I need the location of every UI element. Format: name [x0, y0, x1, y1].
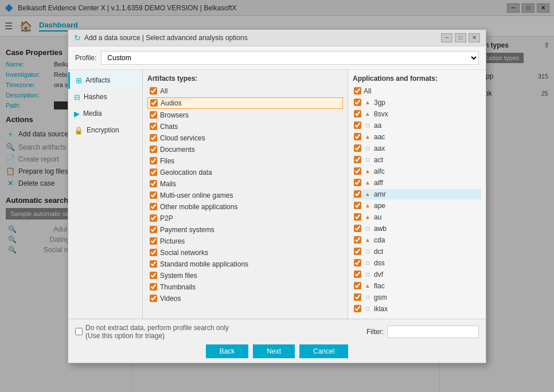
artifact-mails[interactable]: Mails [147, 179, 343, 189]
format-dss[interactable]: □ dss [353, 258, 481, 268]
artifact-p2p-cb[interactable] [150, 214, 157, 222]
artifact-browsers-cb[interactable] [150, 111, 157, 119]
format-aiff[interactable]: ▲ aiff [353, 178, 481, 188]
artifact-games-cb[interactable] [150, 191, 157, 199]
artifact-geo-cb[interactable] [150, 168, 157, 176]
format-aa-cb[interactable] [354, 121, 361, 129]
format-iklax-cb[interactable] [354, 305, 361, 312]
cda-format-icon: ▲ [364, 236, 372, 244]
next-button[interactable]: Next [253, 344, 295, 358]
nav-hashes[interactable]: ⊟ Hashes [68, 89, 142, 105]
format-awb-cb[interactable] [354, 225, 361, 232]
artifact-videos[interactable]: Videos [147, 293, 343, 304]
artifact-social[interactable]: Social networks [147, 248, 343, 258]
artifact-mails-cb[interactable] [150, 180, 157, 187]
modal-minimize-button[interactable]: ─ [441, 33, 452, 42]
artifact-documents[interactable]: Documents [147, 144, 343, 155]
format-aifc-cb[interactable] [354, 167, 361, 175]
artifact-online-games[interactable]: Multi-user online games [147, 190, 343, 201]
format-aa[interactable]: □ aa [353, 120, 481, 131]
artifact-cloud-cb[interactable] [150, 134, 157, 142]
aax-format-icon: □ [364, 144, 372, 152]
format-amr[interactable]: ▲ amr [353, 189, 481, 199]
format-iklax[interactable]: □ iklax [353, 304, 481, 314]
format-flac-cb[interactable] [354, 282, 361, 289]
format-8svx[interactable]: ▲ 8svx [353, 109, 481, 119]
nav-encryption[interactable]: 🔒 Encryption [68, 122, 142, 139]
format-au[interactable]: ▲ au [353, 212, 481, 222]
artifact-thumbs-cb[interactable] [150, 283, 157, 291]
filter-input[interactable] [387, 326, 479, 338]
artifact-files-cb[interactable] [150, 157, 157, 164]
format-amr-cb[interactable] [354, 190, 361, 198]
format-cda-cb[interactable] [354, 236, 361, 244]
format-all[interactable]: All [353, 86, 481, 96]
format-aax[interactable]: □ aax [353, 143, 481, 154]
artifact-browsers[interactable]: Browsers [147, 110, 343, 120]
formats-list: All ▲ 3gp ▲ 8svx □ aa [353, 86, 481, 314]
artifact-files[interactable]: Files [147, 156, 343, 166]
format-dvf-cb[interactable] [354, 271, 361, 278]
footer-left: Do not extract data, perform profile sea… [75, 324, 362, 340]
format-3gp-cb[interactable] [354, 99, 361, 106]
modal-controls[interactable]: ─ □ ✕ [441, 33, 480, 42]
format-dct[interactable]: □ dct [353, 246, 481, 257]
format-flac[interactable]: ▲ flac [353, 281, 481, 291]
modal-footer-buttons: Back Next Cancel [75, 344, 479, 358]
format-ape-cb[interactable] [354, 202, 361, 209]
artifact-geolocation[interactable]: Geolocation data [147, 167, 343, 178]
artifact-other-mobile[interactable]: Other mobile applications [147, 202, 343, 212]
artifact-p2p[interactable]: P2P [147, 213, 343, 224]
artifact-payment[interactable]: Payment systems [147, 225, 343, 235]
format-awb[interactable]: □ awb [353, 224, 481, 234]
format-all-cb[interactable] [354, 87, 361, 95]
format-gsm-cb[interactable] [354, 293, 361, 301]
format-au-cb[interactable] [354, 213, 361, 221]
artifact-chats[interactable]: Chats [147, 121, 343, 132]
profile-select[interactable]: Custom [101, 51, 479, 65]
modal-maximize-button[interactable]: □ [455, 33, 466, 42]
nav-artifacts[interactable]: ⊞ Artifacts [68, 72, 142, 89]
format-ape[interactable]: ▲ ape [353, 201, 481, 211]
format-act-cb[interactable] [354, 156, 361, 163]
format-cda[interactable]: ▲ cda [353, 235, 481, 245]
modal-close-button[interactable]: ✕ [469, 33, 480, 42]
artifact-videos-cb[interactable] [150, 295, 157, 302]
artifact-payment-cb[interactable] [150, 226, 157, 233]
triage-checkbox[interactable] [75, 328, 83, 335]
modal-body: ⊞ Artifacts ⊟ Hashes ▶ Media 🔒 Encryptio… [68, 70, 486, 319]
format-aac[interactable]: ▲ aac [353, 132, 481, 142]
artifact-cloud[interactable]: Cloud services [147, 133, 343, 143]
artifact-standard-mobile[interactable]: Standard mobile applications [147, 259, 343, 269]
format-aifc[interactable]: ▲ aifc [353, 166, 481, 177]
format-act[interactable]: □ act [353, 155, 481, 165]
format-dvf[interactable]: □ dvf [353, 269, 481, 280]
format-aax-cb[interactable] [354, 144, 361, 152]
artifact-all-checkbox[interactable] [150, 87, 157, 95]
artifact-stdmobile-cb[interactable] [150, 260, 157, 268]
artifact-system-cb[interactable] [150, 272, 157, 279]
artifact-system[interactable]: System files [147, 271, 343, 281]
back-button[interactable]: Back [206, 344, 249, 358]
artifact-thumbnails[interactable]: Thumbnails [147, 282, 343, 292]
format-aiff-cb[interactable] [354, 179, 361, 186]
format-dss-cb[interactable] [354, 259, 361, 266]
triage-checkbox-row[interactable]: Do not extract data, perform profile sea… [75, 324, 362, 340]
format-gsm[interactable]: □ gsm [353, 292, 481, 303]
format-aac-cb[interactable] [354, 133, 361, 140]
artifact-pictures[interactable]: Pictures [147, 236, 343, 246]
artifact-documents-cb[interactable] [150, 146, 157, 153]
format-8svx-cb[interactable] [354, 110, 361, 117]
artifact-audios-checkbox[interactable] [150, 99, 158, 107]
artifact-all[interactable]: All [147, 86, 343, 96]
cancel-button[interactable]: Cancel [299, 344, 348, 358]
artifacts-nav-icon: ⊞ [76, 76, 82, 85]
artifact-othermobile-cb[interactable] [150, 203, 157, 210]
artifact-social-cb[interactable] [150, 249, 157, 256]
artifact-pictures-cb[interactable] [150, 237, 157, 245]
format-3gp[interactable]: ▲ 3gp [353, 97, 481, 108]
nav-media[interactable]: ▶ Media [68, 105, 142, 122]
format-dct-cb[interactable] [354, 248, 361, 255]
artifact-chats-cb[interactable] [150, 123, 157, 130]
artifact-audios[interactable]: Audios [147, 97, 343, 109]
